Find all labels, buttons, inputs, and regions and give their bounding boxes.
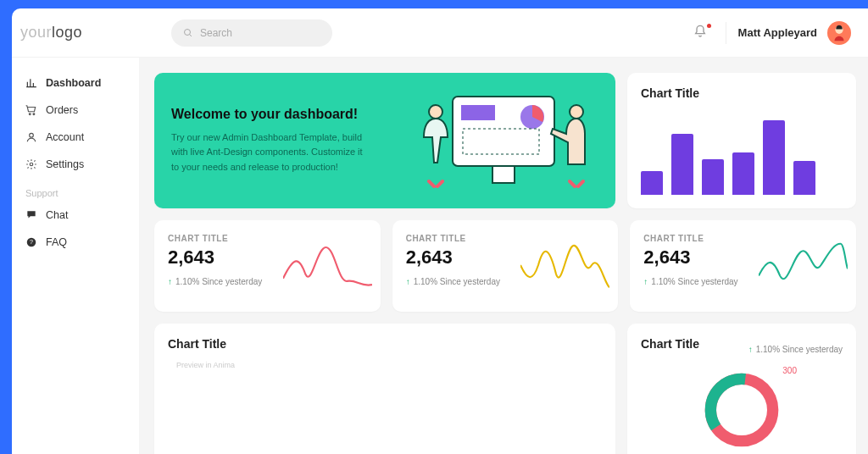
- svg-point-3: [29, 114, 31, 115]
- bar: [641, 171, 663, 195]
- sidebar-item-label: Dashboard: [46, 77, 101, 89]
- help-icon: ?: [25, 236, 37, 248]
- user-name[interactable]: Matt Appleyard: [738, 26, 817, 39]
- notifications-button[interactable]: [693, 25, 710, 42]
- sidebar-item-orders[interactable]: Orders: [12, 97, 139, 124]
- sidebar-item-label: Chat: [46, 209, 68, 221]
- grouped-bar-chart: [168, 374, 602, 451]
- sparkline: [759, 235, 848, 295]
- bar: [793, 161, 815, 195]
- logo-part2: logo: [52, 24, 82, 41]
- topbar: yourlogo Search Matt Appleyard: [12, 8, 868, 58]
- stat-card-2: CHART TITLE 2,643 ↑1.10% Since yesterday: [630, 220, 856, 312]
- sidebar-item-settings[interactable]: Settings: [12, 151, 139, 178]
- grouped-bar-card: Chart Title Preview in Anima: [154, 324, 615, 454]
- sidebar: Dashboard Orders Account Settings Suppor…: [12, 58, 139, 454]
- svg-point-0: [185, 29, 191, 35]
- svg-line-1: [190, 34, 192, 36]
- arrow-up-icon: ↑: [748, 345, 753, 354]
- welcome-title: Welcome to your dashboard!: [171, 107, 366, 122]
- logo-part1: your: [20, 24, 52, 41]
- svg-rect-10: [461, 105, 495, 120]
- welcome-card: Welcome to your dashboard! Try our new A…: [154, 73, 615, 208]
- search-icon: [183, 28, 193, 38]
- sidebar-item-label: Account: [46, 131, 84, 143]
- svg-point-4: [33, 114, 35, 115]
- arrow-up-icon: ↑: [643, 277, 648, 286]
- svg-rect-13: [492, 166, 515, 183]
- bar: [702, 159, 724, 195]
- main-content: Welcome to your dashboard! Try our new A…: [139, 58, 868, 454]
- svg-point-15: [570, 105, 583, 119]
- svg-point-14: [429, 105, 442, 119]
- stat-card-1: CHART TITLE 2,643 ↑1.10% Since yesterday: [392, 220, 619, 312]
- donut-chart: 300: [641, 368, 843, 452]
- divider: [726, 22, 726, 44]
- user-icon: [25, 131, 37, 143]
- sidebar-item-label: Settings: [46, 158, 84, 170]
- welcome-body: Try our new Admin Dashboard Template, bu…: [171, 130, 366, 175]
- arrow-up-icon: ↑: [168, 277, 172, 286]
- bar: [763, 120, 785, 195]
- sidebar-item-account[interactable]: Account: [12, 124, 139, 151]
- bar: [671, 134, 693, 195]
- donut-value: 300: [782, 366, 797, 375]
- bar-chart: [641, 110, 843, 195]
- preview-label: Preview in Anima: [176, 361, 602, 369]
- donut-card: Chart Title ↑1.10% Since yesterday 300: [627, 324, 856, 454]
- cart-icon: [25, 104, 37, 116]
- svg-point-5: [30, 133, 34, 137]
- avatar-icon: [830, 24, 849, 42]
- chart-title: Chart Title: [641, 86, 843, 100]
- arrow-up-icon: ↑: [406, 277, 410, 286]
- logo[interactable]: yourlogo: [20, 24, 147, 42]
- chart-title: Chart Title: [168, 337, 602, 351]
- sidebar-item-dashboard[interactable]: Dashboard: [12, 69, 139, 97]
- sparkline: [520, 235, 609, 295]
- avatar[interactable]: [827, 21, 851, 45]
- bar-chart-card: Chart Title: [627, 73, 856, 208]
- sidebar-item-chat[interactable]: Chat: [12, 202, 139, 229]
- svg-text:?: ?: [30, 239, 33, 245]
- sidebar-item-faq[interactable]: ? FAQ: [12, 229, 139, 256]
- sidebar-item-label: Orders: [46, 104, 78, 116]
- gear-icon: [25, 158, 37, 170]
- bell-icon: [693, 25, 707, 38]
- sparkline: [283, 235, 372, 295]
- welcome-illustration: [412, 81, 598, 200]
- stat-card-0: CHART TITLE 2,643 ↑1.10% Since yesterday: [154, 220, 381, 312]
- svg-point-6: [30, 163, 33, 166]
- sidebar-group-support: Support: [12, 178, 139, 202]
- chart-title: Chart Title: [641, 337, 699, 351]
- bar: [732, 152, 754, 195]
- sidebar-item-label: FAQ: [46, 236, 67, 248]
- chat-icon: [25, 209, 37, 221]
- search-placeholder: Search: [200, 27, 232, 39]
- chart-icon: [25, 77, 37, 89]
- search-input[interactable]: Search: [171, 19, 332, 47]
- stat-trend: ↑1.10% Since yesterday: [748, 345, 843, 354]
